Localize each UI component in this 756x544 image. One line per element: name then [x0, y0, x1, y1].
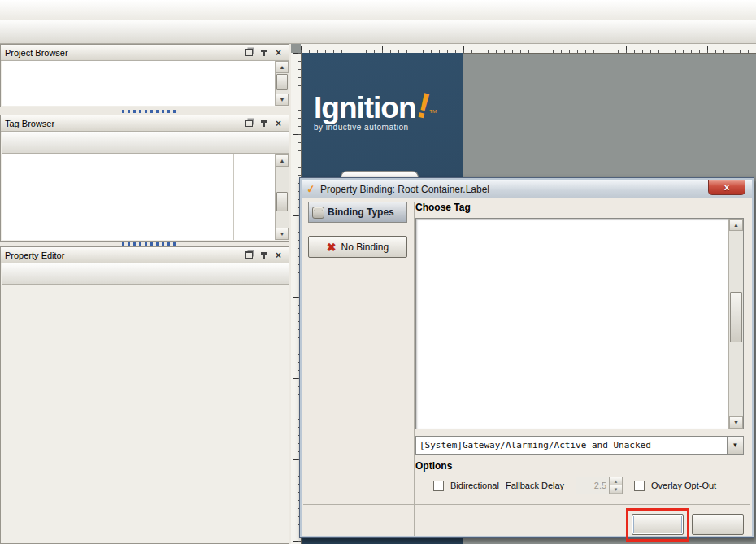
- choose-tag-label: Choose Tag: [415, 202, 744, 213]
- overlay-optout-label: Overlay Opt-Out: [651, 481, 716, 490]
- float-icon[interactable]: [243, 47, 255, 59]
- scroll-down-icon[interactable]: ▼: [276, 228, 289, 240]
- scroll-up-icon[interactable]: ▲: [276, 154, 289, 167]
- scroll-up-icon[interactable]: ▲: [729, 219, 743, 231]
- options-label: Options: [415, 460, 452, 472]
- scroll-up-icon[interactable]: ▲: [276, 61, 289, 73]
- tag-path-value: [System]Gateway/Alarming/Active and Unac…: [416, 440, 727, 450]
- float-icon[interactable]: [243, 118, 255, 129]
- overlay-optout-checkbox[interactable]: [634, 481, 645, 491]
- panel-splitter[interactable]: [122, 242, 179, 246]
- pin-icon[interactable]: [258, 118, 270, 129]
- ignition-dialog-icon: ✓: [306, 182, 316, 195]
- ok-button[interactable]: [632, 514, 684, 535]
- panel-title: Property Editor: [5, 250, 64, 260]
- ignition-logo: Ignition!TM by inductive automation: [314, 85, 437, 132]
- dialog-titlebar[interactable]: ✓ Property Binding: Root Container.Label…: [302, 180, 752, 198]
- close-icon[interactable]: ×: [272, 250, 285, 261]
- fallback-delay-label: Fallback Delay: [506, 481, 564, 490]
- bidirectional-label: Bidirectional: [450, 481, 499, 490]
- property-editor-header[interactable]: Property Editor ×: [1, 247, 289, 263]
- scroll-down-icon[interactable]: ▼: [276, 94, 289, 106]
- binding-icon: [312, 207, 324, 219]
- panel-splitter[interactable]: [122, 110, 179, 113]
- no-binding-button[interactable]: ✖ No Binding: [308, 236, 407, 258]
- red-x-icon: ✖: [327, 241, 337, 254]
- binding-types-panel: Binding Types ✖ No Binding: [308, 202, 415, 536]
- ok-annotation: [626, 508, 689, 542]
- spinner-up-icon[interactable]: ▲: [610, 477, 622, 485]
- project-tree: [2, 61, 275, 106]
- project-browser-panel: Project Browser × ▲ ▼: [0, 44, 289, 107]
- property-editor-toolbar: [2, 263, 289, 285]
- spinner-down-icon[interactable]: ▼: [610, 485, 622, 494]
- property-editor-panel: Property Editor ×: [0, 246, 289, 544]
- float-icon[interactable]: [243, 250, 255, 261]
- tag-browser-header[interactable]: Tag Browser ×: [1, 115, 289, 132]
- main-toolbar: [0, 20, 756, 44]
- binding-types-header: Binding Types: [308, 202, 407, 223]
- dialog-tree-scrollbar[interactable]: ▲ ▼: [728, 219, 743, 429]
- dialog-title: Property Binding: Root Container.Label: [320, 184, 489, 195]
- panel-title: Project Browser: [5, 48, 68, 58]
- tag-path-combo[interactable]: [System]Gateway/Alarming/Active and Unac…: [415, 436, 744, 455]
- menu-bar: [0, 0, 756, 20]
- project-browser-header[interactable]: Project Browser ×: [1, 45, 289, 61]
- close-icon[interactable]: ×: [272, 47, 285, 59]
- tag-tree: [2, 154, 275, 240]
- bidirectional-checkbox[interactable]: [433, 481, 444, 491]
- project-scrollbar[interactable]: ▲ ▼: [275, 61, 289, 106]
- dialog-close-button[interactable]: x: [708, 180, 745, 195]
- tag-browser-panel: Tag Browser × ▲ ▼: [0, 115, 289, 242]
- panel-title: Tag Browser: [5, 119, 54, 128]
- cancel-button[interactable]: [692, 514, 744, 535]
- combo-arrow-icon[interactable]: ▼: [727, 437, 743, 454]
- property-grid: [2, 285, 288, 542]
- pin-icon[interactable]: [258, 250, 270, 261]
- property-binding-dialog: ✓ Property Binding: Root Container.Label…: [299, 177, 754, 538]
- scroll-down-icon[interactable]: ▼: [729, 416, 743, 429]
- pin-icon[interactable]: [258, 47, 270, 59]
- tag-scrollbar[interactable]: ▲ ▼: [275, 154, 289, 240]
- close-icon[interactable]: ×: [272, 118, 285, 129]
- fallback-delay-spinner[interactable]: 2.5 ▲▼: [576, 477, 623, 494]
- choose-tag-tree: ▲ ▼: [415, 218, 744, 429]
- tag-browser-toolbar: [2, 132, 289, 154]
